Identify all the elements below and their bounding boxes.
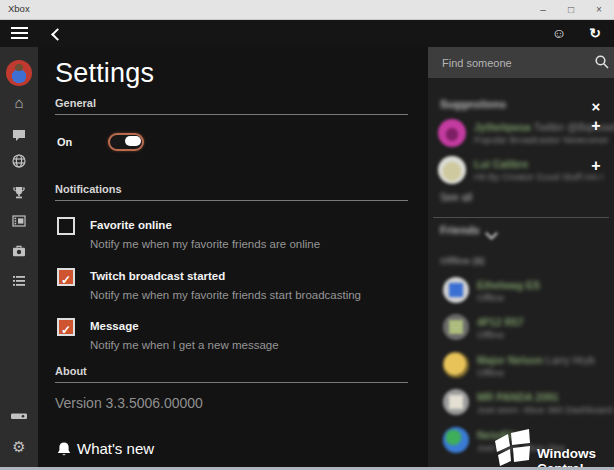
- divider: [433, 217, 609, 218]
- checkbox-label: Message: [90, 320, 139, 332]
- section-header-about: About: [55, 365, 87, 377]
- search-icon[interactable]: [594, 54, 610, 74]
- checkbox-description: Notify me when my favorite friends are o…: [90, 238, 320, 250]
- minimize-button[interactable]: –: [534, 2, 552, 17]
- friends-group-label[interactable]: Offline (8): [440, 255, 484, 266]
- app-header: [0, 20, 614, 47]
- friend-status: Offline: [477, 329, 504, 340]
- checkbox-description: Notify me when I get a new message: [90, 339, 279, 351]
- toggle-knob: [125, 136, 141, 146]
- suggestions-header: Suggestions: [440, 98, 506, 110]
- friend-name[interactable]: Major Nelson Larry Hryb: [477, 354, 595, 366]
- suggestion-avatar[interactable]: [438, 119, 466, 147]
- divider: [55, 200, 408, 201]
- bell-icon: [56, 441, 72, 463]
- checkbox-favorite-online[interactable]: [57, 217, 75, 235]
- screenshots-camera-icon[interactable]: [0, 243, 38, 259]
- add-friend-icon[interactable]: +: [588, 158, 604, 174]
- check-icon: ✓: [61, 323, 71, 337]
- avatar-art: [449, 283, 463, 297]
- friends-globe-icon[interactable]: [0, 153, 38, 169]
- friends-header[interactable]: Friends: [440, 224, 480, 236]
- checkbox-label: Twitch broadcast started: [90, 270, 225, 282]
- window-titlebar: Xbox – □ ×: [0, 0, 614, 20]
- friend-status: Offline: [477, 292, 504, 303]
- game-dvr-icon[interactable]: [0, 213, 38, 229]
- close-button[interactable]: ×: [590, 2, 608, 17]
- checkbox-label: Favorite online: [90, 219, 172, 231]
- dismiss-suggestions-icon[interactable]: ×: [588, 99, 604, 115]
- general-toggle[interactable]: [108, 133, 144, 151]
- friend-avatar[interactable]: [443, 389, 469, 415]
- friend-name[interactable]: MR PANDA 2091: [477, 391, 559, 403]
- checkbox-description: Notify me when my favorite friends start…: [90, 289, 361, 301]
- friend-status: Offline: [477, 367, 504, 378]
- back-button[interactable]: [50, 28, 62, 40]
- user-avatar[interactable]: [6, 60, 32, 86]
- section-header-notifications: Notifications: [55, 183, 122, 195]
- toggle-label: On: [57, 136, 72, 148]
- window-title: Xbox: [8, 3, 30, 14]
- suggestion-description: Hit By Creator Good Stuff Am I: [474, 171, 603, 182]
- feedback-smiley-icon[interactable]: ☺: [549, 24, 569, 42]
- section-header-general: General: [55, 97, 96, 109]
- avatar-figure: [15, 64, 23, 71]
- checkbox-twitch-broadcast[interactable]: ✓: [57, 268, 75, 286]
- settings-gear-icon[interactable]: ⚙: [0, 439, 38, 455]
- friend-avatar[interactable]: [443, 352, 469, 378]
- check-icon: ✓: [61, 273, 71, 287]
- suggestion-description: Popular Broadcaster Newcomer: [474, 134, 609, 145]
- page-title: Settings: [55, 58, 154, 89]
- maximize-button[interactable]: □: [562, 2, 580, 17]
- search-input[interactable]: [440, 53, 584, 73]
- back-icon: [51, 28, 64, 41]
- friend-avatar[interactable]: [443, 277, 469, 303]
- find-someone-searchbox[interactable]: [428, 47, 614, 78]
- friend-name[interactable]: 4P12 R57: [477, 316, 524, 328]
- achievements-trophy-icon[interactable]: [0, 185, 38, 201]
- avatar-art: [449, 395, 463, 409]
- friend-name[interactable]: Ethelwag ES: [477, 279, 540, 291]
- divider: [55, 114, 408, 115]
- friend-avatar[interactable]: [443, 427, 469, 453]
- suggestion-name[interactable]: Lui Calibre: [474, 158, 528, 170]
- friend-avatar[interactable]: [443, 314, 469, 340]
- refresh-icon[interactable]: ↻: [585, 24, 605, 42]
- messages-icon[interactable]: [0, 127, 38, 143]
- divider: [55, 382, 408, 383]
- version-text: Version 3.3.5006.00000: [55, 395, 203, 411]
- home-icon[interactable]: ⌂: [0, 95, 38, 111]
- checkbox-message[interactable]: ✓: [57, 318, 75, 336]
- avatar-art: [449, 320, 463, 334]
- hamburger-menu-icon[interactable]: [11, 27, 28, 39]
- whats-new-link[interactable]: What's new: [77, 440, 154, 457]
- activity-feed-icon[interactable]: [0, 273, 38, 289]
- xbox-app-window: Xbox – □ × ☺ ↻ ⌂: [0, 0, 614, 470]
- suggestion-avatar[interactable]: [438, 156, 466, 184]
- add-friend-icon[interactable]: +: [588, 118, 604, 134]
- connect-console-icon[interactable]: [0, 408, 38, 424]
- friend-status: Just seen: Xbox 360 Dashboard: [477, 404, 612, 415]
- windows-logo-icon: [488, 428, 534, 470]
- see-all-link[interactable]: See all: [440, 191, 472, 203]
